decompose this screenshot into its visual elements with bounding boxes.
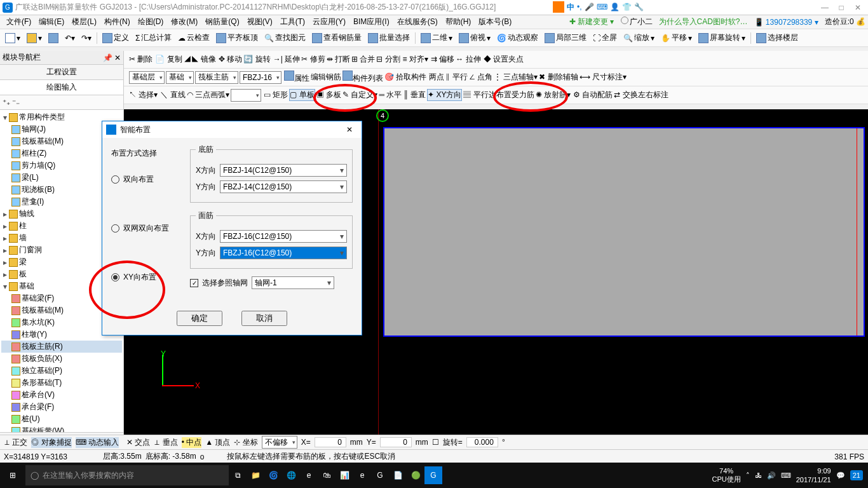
taskbar-app-10[interactable]: 🟢 [407,466,424,484]
slab-element[interactable] [383,127,865,337]
ime-tool-icon[interactable]: 🔧 [634,3,644,11]
split-button[interactable]: ⊟ 分割 [376,54,400,65]
mid-snap[interactable]: • 中点 [182,437,202,448]
tree-group[interactable]: 门窗洞 [19,245,42,255]
taskbar-app-1[interactable]: 📁 [247,466,264,484]
tray-up-icon[interactable]: ˄ [746,471,750,480]
menu-cloud[interactable]: 云应用(Y) [309,15,349,29]
tree-item[interactable]: 条形基础(T) [22,377,62,388]
category-combo[interactable]: 基础 [166,71,194,84]
cad-help-link[interactable]: 为什么导入CAD图时软?… [659,17,748,27]
tree-group[interactable]: 轴线 [19,208,34,219]
open-icon[interactable]: ▾ [24,32,44,44]
menu-view[interactable]: 视图(V) [243,15,276,29]
top-y-combo[interactable]: FBZJ-16(C12@150) [220,247,347,259]
start-button[interactable]: ⊞ [0,463,25,488]
ok-button[interactable]: 确定 [177,311,222,326]
two-point-button[interactable]: 两点 [429,72,444,83]
tree-base[interactable]: 基础 [19,281,34,292]
break-button[interactable]: ⇹ 打断 [327,54,350,65]
align-button[interactable]: ≡ 对齐▾ [403,54,428,65]
ref-axis-checkbox[interactable]: ✓ [190,279,198,287]
2d-button[interactable]: 二维▾ [418,31,455,44]
tab-draw-input[interactable]: 绘图输入 [0,80,123,95]
merge-button[interactable]: ⊞ 合并 [351,54,375,65]
attr-button[interactable]: 属性 [284,71,309,84]
find-button[interactable]: 🔍 查找图元 [262,31,308,44]
clock[interactable]: 9:092017/11/21 [796,466,831,484]
tree-group[interactable]: 板 [19,269,27,280]
ref-axis-combo[interactable]: 轴网-1 [252,276,334,289]
dynamic-view-button[interactable]: 🌀 动态观察 [494,31,541,44]
ime-mic-icon[interactable]: 🎤 [585,3,594,11]
badge[interactable]: 21 [850,470,863,480]
taskbar-app-7[interactable]: e [353,466,371,484]
taskbar-app-active[interactable]: G [424,466,442,484]
edit-steel-button[interactable]: 编辑钢筋 [311,72,341,83]
define-button[interactable]: 定义 [100,31,132,44]
stretch-button[interactable]: ↔ 拉伸 [456,54,480,65]
coord-snap[interactable]: ⊹ 坐标 [234,437,257,448]
offset-button[interactable]: ⇉ 偏移 [431,54,454,65]
extend-button[interactable]: →| 延伸 [273,54,300,65]
y-value[interactable]: 0 [380,437,412,447]
tree-item[interactable]: 筏板负筋(X) [22,353,62,364]
zoom-button[interactable]: 🔍 缩放▾ [621,31,657,44]
tree-root[interactable]: 常用构件类型 [19,112,65,123]
bottom-y-combo[interactable]: FBZJ-14(C12@150) [220,180,347,193]
tree-item[interactable]: 筏板基础(M) [22,136,64,147]
tree-item[interactable]: 集水坑(K) [22,317,55,328]
tray-ime-icon[interactable]: ⌨ [781,471,791,480]
tree-group[interactable]: 墙 [19,233,27,243]
select-floor-button[interactable]: 选择楼层 [754,31,801,44]
taskbar-app-6[interactable]: 📊 [336,466,353,484]
setpoint-button[interactable]: ◆ 设置夹点 [484,54,524,65]
view-steel-button[interactable]: 查看钢筋量 [309,31,364,44]
swap-label-button[interactable]: ⇄ 交换左右标注 [614,90,668,100]
rot-checkbox[interactable]: ☐ [432,438,439,447]
apex-snap[interactable]: ▲ 顶点 [205,437,230,448]
top-x-combo[interactable]: FBZJ-16(C12@150) [220,230,347,243]
ime-user-icon[interactable]: 👤 [610,3,620,11]
vert-button[interactable]: ║ 垂直 [403,90,426,100]
tree-item[interactable]: 柱墩(Y) [22,329,47,340]
ime-kb-icon[interactable]: ⌨ [597,3,607,11]
tree-item[interactable]: 桩承台(V) [22,390,55,400]
minimize-button[interactable]: — [817,2,832,13]
pan-button[interactable]: ✋ 平移▾ [658,31,695,44]
panel-pin-icon[interactable]: 📌 ✕ [103,53,121,62]
cancel-button[interactable]: 取消 [241,311,287,326]
menu-file[interactable]: 文件(F) [3,15,35,29]
tree-item[interactable]: 现浇板(B) [22,184,55,195]
undo-icon[interactable]: ↶▾ [62,32,78,44]
tree-item[interactable]: 基础梁(F) [22,293,54,304]
menu-draw[interactable]: 绘图(D) [134,15,168,29]
radio-bidirectional[interactable]: 双向布置 [111,174,181,185]
edge-button[interactable]: ▤ 平行边布置受力筋 [463,90,534,100]
delete-button[interactable]: ✂ 删除 [129,54,153,65]
search-box[interactable]: ◯ 在这里输入你要搜索的内容 [25,465,229,485]
select-tool[interactable]: ↖ 选择▾ [129,90,158,100]
tree-item[interactable]: 轴网(J) [22,124,46,135]
offset-combo[interactable]: 不偏移 [262,436,297,449]
tree-item[interactable]: 筏板基础(M) [22,305,64,316]
notification-icon[interactable]: 💬 [836,471,845,480]
menu-floor[interactable]: 楼层(L) [68,15,100,29]
tree-item[interactable]: 剪力墙(Q) [22,160,55,171]
tree-group[interactable]: 柱 [19,220,27,231]
line-tool[interactable]: ＼ 直线 [160,90,185,100]
tree-item[interactable]: 框柱(Z) [22,148,46,159]
menu-edit[interactable]: 编辑(E) [35,15,68,29]
cpu-meter[interactable]: 74%CPU使用 [712,467,740,484]
tree-item[interactable]: 桩(U) [22,414,40,424]
multi-board-button[interactable]: ▣ 多板 [316,90,341,100]
list-button[interactable]: 构件列表 [342,71,383,84]
user-label[interactable]: 广小二 [621,17,653,27]
tree-item-selected[interactable]: 筏板主筋(R) [22,341,63,352]
trim-button[interactable]: ✂ 修剪 [301,54,325,65]
rot-value[interactable]: 0.000 [466,437,498,447]
tab-engineering[interactable]: 工程设置 [0,65,123,80]
maximize-button[interactable]: □ [834,2,849,13]
custom-button[interactable]: ✎ 自定义▾ [342,90,377,100]
tree-mode-icons[interactable]: ⁺₊ ⁻₋ [0,95,123,110]
